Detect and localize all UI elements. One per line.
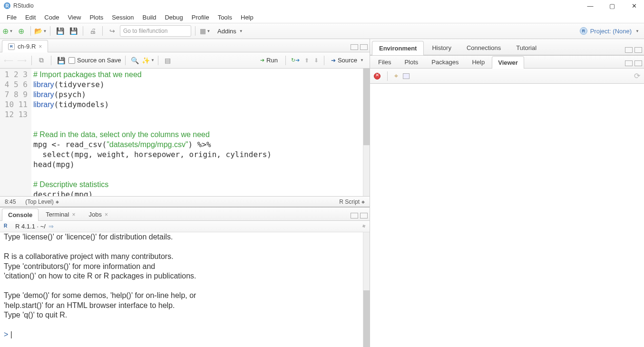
workspace-panes-button[interactable]: ▦▼ [199, 25, 211, 37]
console-scrollbar[interactable] [363, 232, 370, 347]
tab-help[interactable]: Help [466, 56, 491, 68]
addins-menu[interactable]: Addins▼ [213, 26, 248, 36]
tab-console[interactable]: Console [2, 208, 39, 221]
console-prompt: > [4, 330, 10, 338]
save-button[interactable]: 💾 [54, 25, 66, 37]
addins-label: Addins [217, 28, 236, 35]
magic-wand-icon: ✨ [142, 57, 150, 64]
viewer-content [370, 84, 644, 347]
project-menu[interactable]: R Project: (None) ▼ [577, 27, 642, 35]
project-label: Project: (None) [590, 28, 632, 35]
maximize-button[interactable]: ▢ [606, 2, 618, 10]
clear-viewer-button[interactable]: ⌖ [394, 72, 398, 80]
run-button[interactable]: ➔Run [256, 55, 282, 65]
file-type-caret-icon: ◆ [361, 199, 365, 204]
source-forward-icon[interactable]: ⟶ [16, 57, 28, 64]
tab-connections[interactable]: Connections [459, 40, 508, 55]
console-minimize-icon[interactable] [351, 213, 358, 218]
tab-files[interactable]: Files [372, 56, 397, 68]
tab-connections-label: Connections [467, 44, 501, 51]
menu-session[interactable]: Session [108, 13, 137, 22]
refresh-viewer-button[interactable]: ⟳ [634, 71, 640, 80]
menu-build[interactable]: Build [139, 13, 160, 22]
tab-terminal-label: Terminal [46, 211, 69, 218]
show-in-new-window-button[interactable]: ⧉ [36, 55, 47, 66]
env-maximize-icon[interactable] [634, 47, 642, 53]
scope-selector[interactable]: (Top Level) [25, 198, 53, 205]
go-back-button[interactable]: ↪ [107, 25, 118, 37]
close-icon[interactable]: × [72, 211, 75, 218]
source-toolbar: ⟵ ⟶ ⧉ 💾 Source on Save 🔍 ✨▼ ▤ ➔Run ↻➔ ⬆ … [0, 52, 370, 69]
source-on-save-checkbox[interactable] [68, 57, 75, 64]
source-tab-ch9[interactable]: R ch-9.R × [2, 40, 48, 52]
run-arrow-icon: ➔ [260, 57, 264, 63]
tab-packages-label: Packages [431, 59, 459, 66]
editor-scrollbar[interactable] [363, 69, 370, 196]
menu-debug[interactable]: Debug [161, 13, 186, 22]
tab-history[interactable]: History [425, 40, 458, 55]
print-button[interactable]: 🖨 [87, 25, 98, 37]
title-bar: R RStudio — ▢ ✕ [0, 0, 644, 11]
open-file-button[interactable]: 📂▼ [35, 25, 46, 37]
workspace: R ch-9.R × ⟵ ⟶ ⧉ 💾 Source on Save [0, 39, 644, 347]
tab-packages[interactable]: Packages [425, 56, 465, 68]
tab-viewer[interactable]: Viewer [492, 56, 524, 69]
r-file-icon: R [8, 43, 15, 50]
menu-view[interactable]: View [64, 13, 85, 22]
file-type-selector[interactable]: R Script [339, 198, 360, 205]
menu-plots[interactable]: Plots [86, 13, 107, 22]
code-editor[interactable]: 1 2 3 4 5 6 7 8 9 10 11 12 13 # Import p… [0, 69, 370, 196]
menu-profile[interactable]: Profile [188, 13, 213, 22]
tab-tutorial[interactable]: Tutorial [509, 40, 544, 55]
close-icon[interactable]: × [105, 211, 108, 218]
tab-environment[interactable]: Environment [372, 41, 424, 55]
source-button[interactable]: ➔Source▼ [328, 55, 367, 65]
source-back-icon[interactable]: ⟵ [3, 57, 14, 64]
r-logo-icon: R [4, 223, 12, 230]
tab-history-label: History [432, 44, 451, 51]
source-maximize-icon[interactable] [360, 44, 368, 50]
minimize-button[interactable]: — [584, 2, 596, 10]
viewer-minimize-icon[interactable] [625, 60, 633, 66]
code-tools-button[interactable]: ✨▼ [143, 55, 154, 66]
console-output[interactable]: Type 'license()' or 'licence()' for dist… [0, 232, 370, 347]
tab-plots-label: Plots [404, 59, 418, 66]
close-tab-icon[interactable]: × [39, 43, 42, 50]
compile-report-button[interactable]: ▤ [162, 55, 174, 66]
source-minimize-icon[interactable] [351, 44, 358, 50]
popout-icon: ⧉ [39, 56, 44, 64]
clear-console-button[interactable]: ⌖ [360, 222, 367, 231]
save-all-button[interactable]: 💾 [68, 25, 79, 37]
tab-console-label: Console [8, 211, 32, 218]
export-viewer-button[interactable] [403, 73, 410, 79]
plus-project-icon: ⊕ [18, 27, 24, 36]
find-replace-button[interactable]: 🔍 [129, 55, 141, 66]
menu-file[interactable]: File [3, 13, 20, 22]
env-minimize-icon[interactable] [625, 47, 633, 53]
new-file-button[interactable]: ⊕▼ [2, 25, 13, 37]
remove-viewer-button[interactable] [374, 73, 381, 79]
re-run-button[interactable]: ↻➔ [290, 55, 301, 66]
tab-terminal[interactable]: Terminal× [39, 208, 81, 220]
go-prev-chunk-button[interactable]: ⬆ [303, 57, 311, 64]
tab-jobs[interactable]: Jobs× [82, 208, 114, 220]
save-current-button[interactable]: 💾 [55, 55, 67, 66]
menu-code[interactable]: Code [40, 13, 63, 22]
source-button-label: Source [338, 57, 357, 64]
console-maximize-icon[interactable] [360, 213, 368, 218]
new-project-button[interactable]: ⊕ [15, 25, 27, 37]
tab-plots[interactable]: Plots [398, 56, 424, 68]
menu-tools[interactable]: Tools [214, 13, 236, 22]
viewer-maximize-icon[interactable] [634, 60, 642, 66]
close-button[interactable]: ✕ [628, 2, 640, 10]
cursor-position: 8:45 [5, 198, 16, 205]
save-icon: 💾 [57, 57, 65, 64]
goto-file-input[interactable]: Go to file/function [120, 25, 191, 37]
code-area[interactable]: # Import packages that we need library(t… [31, 69, 363, 196]
environment-pane: Environment History Connections Tutorial [370, 39, 644, 55]
go-next-chunk-button[interactable]: ⬇ [312, 57, 320, 64]
folder-open-icon: 📂 [34, 27, 42, 35]
menu-help[interactable]: Help [237, 13, 257, 22]
wd-arrow-icon[interactable]: ⇒ [49, 223, 54, 230]
menu-edit[interactable]: Edit [21, 13, 39, 22]
